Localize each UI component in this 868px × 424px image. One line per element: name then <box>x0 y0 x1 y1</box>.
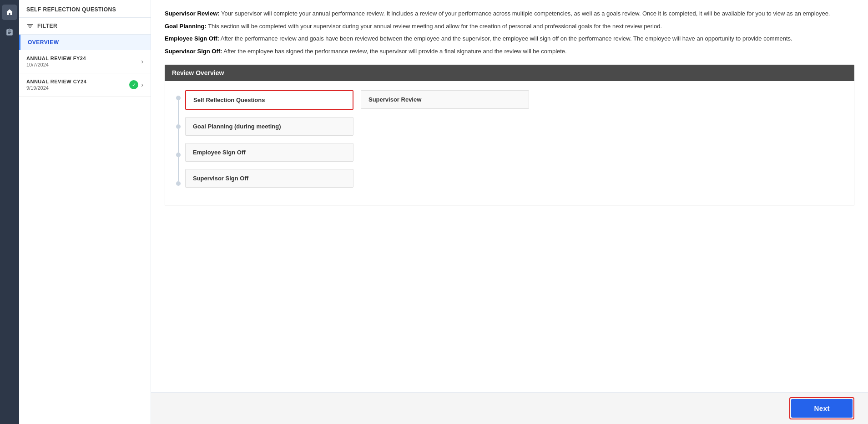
review-cy24-right: ✓ › <box>129 80 143 89</box>
review-cy24-title: ANNUAL REVIEW CY24 <box>26 79 86 84</box>
goal-planning-paragraph: Goal Planning: This section will be comp… <box>165 22 854 31</box>
icon-bar <box>0 0 19 424</box>
supervisor-signoff-label: Supervisor Sign Off: <box>165 48 222 55</box>
completed-icon: ✓ <box>129 80 138 89</box>
review-fy24-right: › <box>141 58 143 65</box>
flow-dot-3 <box>176 153 181 157</box>
flow-cards-left: Self Reflection Questions Goal Planning … <box>174 90 353 191</box>
flow-line-2 <box>178 129 179 153</box>
review-fy24-title: ANNUAL REVIEW FY24 <box>26 56 86 61</box>
next-button-wrapper: Next <box>789 397 854 419</box>
supervisor-review-label: Supervisor Review: <box>165 10 220 17</box>
review-overview-section: Review Overview <box>165 65 854 205</box>
flow-card-goal-planning[interactable]: Goal Planning (during meeting) <box>185 117 353 136</box>
flow-card-supervisor-review[interactable]: Supervisor Review <box>361 90 529 109</box>
chevron-right-icon: › <box>141 58 143 65</box>
flow-line-3 <box>178 157 179 181</box>
flow-dot-1 <box>176 96 181 100</box>
next-button[interactable]: Next <box>791 399 853 418</box>
employee-signoff-label: Employee Sign Off: <box>165 35 219 42</box>
review-cy24-info: ANNUAL REVIEW CY24 9/19/2024 <box>26 79 86 91</box>
supervisor-review-paragraph: Supervisor Review: Your supervisor will … <box>165 9 854 18</box>
goal-planning-text: This section will be completed with your… <box>208 23 662 30</box>
review-fy24-info: ANNUAL REVIEW FY24 10/7/2024 <box>26 56 86 67</box>
flow-line-1 <box>178 100 179 124</box>
filter-button[interactable]: FILTER <box>19 18 151 35</box>
flow-left-column: Self Reflection Questions Goal Planning … <box>174 90 353 191</box>
chevron-right-icon-2: › <box>141 81 143 88</box>
flow-card-supervisor-signoff[interactable]: Supervisor Sign Off <box>185 169 353 188</box>
flow-dot-2 <box>176 124 181 129</box>
supervisor-review-text: Your supervisor will complete your annua… <box>221 10 830 17</box>
content-area: Supervisor Review: Your supervisor will … <box>151 0 868 392</box>
home-icon-button[interactable] <box>2 5 17 20</box>
flow-card-self-reflection[interactable]: Self Reflection Questions <box>185 90 353 110</box>
goal-planning-label: Goal Planning: <box>165 23 207 30</box>
flow-dots-track <box>176 96 181 186</box>
review-flow: Self Reflection Questions Goal Planning … <box>174 90 845 191</box>
employee-signoff-text: After the performance review and goals h… <box>221 35 792 42</box>
flow-dot-4 <box>176 181 181 186</box>
flow-card-supervisor-review-label: Supervisor Review <box>368 96 421 103</box>
sidebar-title: SELF REFLECTION QUESTIONS <box>19 0 151 18</box>
sidebar-item-overview[interactable]: OVERVIEW <box>19 35 151 50</box>
supervisor-signoff-text: After the employee has signed the perfor… <box>223 48 566 55</box>
filter-icon <box>26 22 34 30</box>
sidebar-review-cy24[interactable]: ANNUAL REVIEW CY24 9/19/2024 ✓ › <box>19 73 151 97</box>
filter-label: FILTER <box>37 23 57 29</box>
flow-card-supervisor-signoff-label: Supervisor Sign Off <box>193 175 248 182</box>
main-content: Supervisor Review: Your supervisor will … <box>151 0 868 424</box>
review-overview-body: Self Reflection Questions Goal Planning … <box>165 81 854 205</box>
review-overview-header: Review Overview <box>165 65 854 81</box>
flow-card-employee-signoff[interactable]: Employee Sign Off <box>185 143 353 162</box>
review-cy24-date: 9/19/2024 <box>26 85 86 91</box>
footer: Next <box>151 392 868 424</box>
flow-card-self-reflection-label: Self Reflection Questions <box>193 97 265 103</box>
flow-right-column: Supervisor Review <box>361 90 529 191</box>
flow-card-employee-signoff-label: Employee Sign Off <box>193 149 246 156</box>
sidebar-review-fy24[interactable]: ANNUAL REVIEW FY24 10/7/2024 › <box>19 50 151 73</box>
overview-label: OVERVIEW <box>28 39 59 46</box>
sidebar: SELF REFLECTION QUESTIONS FILTER OVERVIE… <box>19 0 151 424</box>
flow-card-goal-planning-label: Goal Planning (during meeting) <box>193 123 281 130</box>
review-fy24-date: 10/7/2024 <box>26 62 86 67</box>
clipboard-icon-button[interactable] <box>2 25 17 40</box>
employee-signoff-paragraph: Employee Sign Off: After the performance… <box>165 34 854 43</box>
supervisor-signoff-paragraph: Supervisor Sign Off: After the employee … <box>165 47 854 56</box>
